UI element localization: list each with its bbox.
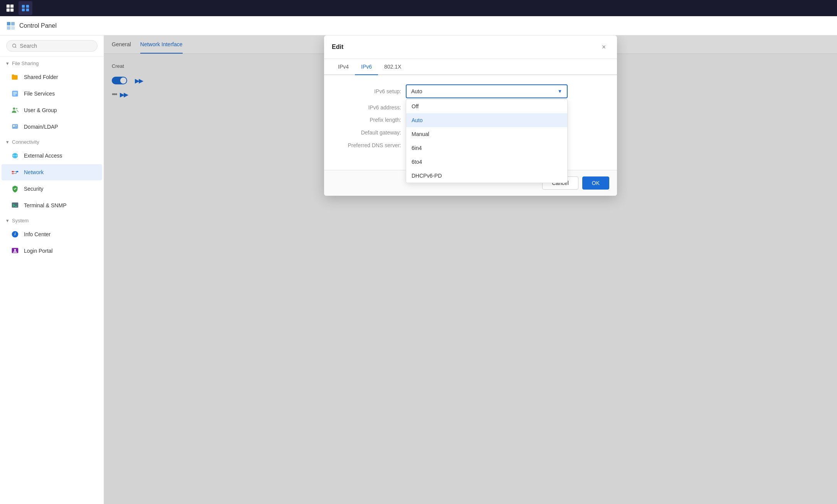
search-input[interactable] <box>20 43 92 49</box>
sidebar-item-label: Info Center <box>24 231 50 237</box>
svg-rect-15 <box>13 92 17 93</box>
sidebar-item-label: Login Portal <box>24 248 53 254</box>
section-connectivity[interactable]: ▾ Connectivity <box>0 135 104 147</box>
grid-icon[interactable] <box>3 1 17 15</box>
svg-rect-21 <box>13 125 15 127</box>
sidebar-item-login-portal[interactable]: Login Portal <box>2 243 102 259</box>
content-area: General Network Interface Creat ▶▶ ••• ▶… <box>104 35 837 504</box>
svg-rect-3 <box>10 8 13 12</box>
modal-tab-8021x[interactable]: 802.1X <box>378 59 407 75</box>
modal-header: Edit × <box>324 35 617 59</box>
terminal-icon <box>11 201 19 210</box>
sidebar-item-network[interactable]: Network <box>2 164 102 180</box>
modal-tab-ipv6[interactable]: IPv6 <box>355 59 378 75</box>
dropdown-option-6to4[interactable]: 6to4 <box>406 155 567 169</box>
modal-body: IPv6 setup: Auto ▼ Off Auto Manual <box>324 75 617 170</box>
dropdown-option-off[interactable]: Off <box>406 99 567 113</box>
sidebar-item-label: File Services <box>24 91 55 97</box>
chevron-down-icon: ▾ <box>6 139 9 145</box>
svg-rect-32 <box>12 203 18 208</box>
svg-rect-5 <box>26 5 29 8</box>
svg-point-12 <box>13 44 16 47</box>
svg-rect-9 <box>11 22 15 25</box>
ipv6-setup-dropdown-trigger[interactable]: Auto ▼ <box>406 84 568 98</box>
svg-rect-0 <box>7 5 10 8</box>
sidebar-item-file-services[interactable]: File Services <box>2 86 102 102</box>
dropdown-option-dhcpv6-pd[interactable]: DHCPv6-PD <box>406 169 567 183</box>
sidebar-item-user-group[interactable]: User & Group <box>2 102 102 118</box>
top-bar <box>0 0 837 16</box>
sidebar-item-external-access[interactable]: External Access <box>2 148 102 164</box>
svg-rect-10 <box>7 26 10 30</box>
users-icon <box>11 106 19 114</box>
search-icon <box>12 43 17 49</box>
sidebar-item-label: Security <box>24 186 44 192</box>
folder-icon <box>11 73 19 81</box>
modal-tab-ipv4[interactable]: IPv4 <box>332 59 355 75</box>
sidebar-item-info-center[interactable]: i Info Center <box>2 226 102 242</box>
svg-point-18 <box>13 108 15 110</box>
sidebar-item-label: User & Group <box>24 107 57 113</box>
section-system[interactable]: ▾ System <box>0 214 104 226</box>
sidebar-item-shared-folder[interactable]: Shared Folder <box>2 69 102 85</box>
sidebar-item-label: Network <box>24 169 44 175</box>
main-layout: ▾ File Sharing Shared Folder File Servic… <box>0 35 837 504</box>
edit-modal: Edit × IPv4 IPv6 802.1X IPv6 setup: <box>324 35 617 196</box>
selected-value: Auto <box>411 88 422 94</box>
section-file-sharing[interactable]: ▾ File Sharing <box>0 57 104 69</box>
sidebar-item-terminal-snmp[interactable]: Terminal & SNMP <box>2 197 102 213</box>
svg-rect-27 <box>12 173 14 174</box>
cp-header-icon <box>6 21 15 30</box>
cp-header: Control Panel <box>0 16 837 35</box>
svg-rect-11 <box>11 26 15 30</box>
domain-icon <box>11 123 19 131</box>
sidebar-item-label: External Access <box>24 153 62 159</box>
sidebar-item-security[interactable]: Security <box>2 181 102 197</box>
svg-rect-4 <box>22 5 25 8</box>
svg-rect-31 <box>16 171 18 172</box>
sidebar: ▾ File Sharing Shared Folder File Servic… <box>0 35 104 504</box>
modal-backdrop: Edit × IPv4 IPv6 802.1X IPv6 setup: <box>104 35 837 504</box>
ipv6-setup-label: IPv6 setup: <box>332 88 401 94</box>
login-icon <box>11 247 19 255</box>
default-gateway-label: Default gateway: <box>332 129 401 136</box>
ipv6-address-label: IPv6 address: <box>332 104 401 111</box>
sidebar-item-label: Terminal & SNMP <box>24 202 66 208</box>
modal-tabs: IPv4 IPv6 802.1X <box>324 59 617 75</box>
file-services-icon <box>11 89 19 98</box>
dropdown-option-auto[interactable]: Auto <box>406 113 567 127</box>
svg-rect-20 <box>12 124 18 129</box>
chevron-down-icon: ▼ <box>558 89 562 94</box>
svg-line-13 <box>15 47 16 47</box>
sidebar-item-label: Shared Folder <box>24 74 58 80</box>
chevron-down-icon: ▾ <box>6 218 9 223</box>
ipv6-setup-select: Auto ▼ Off Auto Manual 6in4 6to4 DHCPv6-… <box>406 84 568 98</box>
svg-rect-1 <box>10 5 13 8</box>
sidebar-item-label: Domain/LDAP <box>24 124 58 130</box>
panel-icon[interactable] <box>18 1 32 15</box>
svg-rect-8 <box>7 22 10 25</box>
svg-rect-22 <box>15 125 17 126</box>
svg-rect-6 <box>22 8 25 11</box>
svg-rect-7 <box>26 8 29 11</box>
svg-rect-26 <box>12 171 14 172</box>
modal-close-button[interactable]: × <box>598 42 609 52</box>
security-icon <box>11 185 19 193</box>
ok-button[interactable]: OK <box>582 176 609 190</box>
modal-title: Edit <box>332 44 343 50</box>
dropdown-option-manual[interactable]: Manual <box>406 127 567 141</box>
cp-header-title: Control Panel <box>19 22 57 29</box>
ipv6-setup-dropdown-menu: Off Auto Manual 6in4 6to4 DHCPv6-PD <box>406 99 568 183</box>
prefix-length-label: Prefix length: <box>332 117 401 123</box>
sidebar-search-container <box>0 35 104 57</box>
svg-point-37 <box>14 249 16 251</box>
svg-point-19 <box>16 108 17 109</box>
chevron-down-icon: ▾ <box>6 60 9 66</box>
sidebar-item-domain-ldap[interactable]: Domain/LDAP <box>2 119 102 135</box>
dropdown-option-6in4[interactable]: 6in4 <box>406 141 567 155</box>
info-icon: i <box>11 230 19 239</box>
search-box[interactable] <box>6 40 97 52</box>
svg-rect-16 <box>13 93 17 94</box>
svg-rect-17 <box>13 95 16 96</box>
svg-rect-23 <box>15 126 17 127</box>
